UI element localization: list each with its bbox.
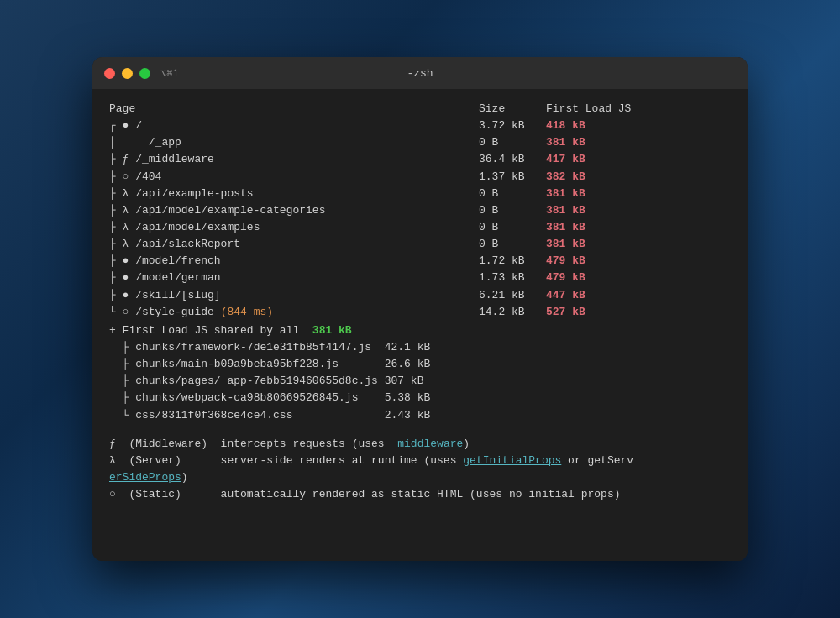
legend-row-continuation: erSideProps): [109, 469, 731, 486]
table-row: ├ ○ /404 1.37 kB 382 kB: [109, 169, 731, 186]
terminal-body[interactable]: Page Size First Load JS ┌ ● / 3.72 kB 41…: [92, 89, 748, 561]
window-title: -zsh: [407, 67, 433, 80]
traffic-lights: [104, 68, 150, 79]
table-row: ├ λ /api/example-posts 0 B 381 kB: [109, 186, 731, 202]
table-row: │ /_app 0 B 381 kB: [109, 134, 731, 151]
table-row: ├ ● /model/french 1.72 kB 479 kB: [109, 253, 731, 270]
title-bar: ⌥⌘1 -zsh: [92, 57, 748, 89]
legend-row: λ (Server) server-side renders at runtim…: [109, 453, 731, 469]
shared-row: + First Load JS shared by all 381 kB: [109, 322, 731, 339]
keyboard-shortcut-label: ⌥⌘1: [160, 67, 179, 80]
table-row: ├ λ /api/model/examples 0 B 381 kB: [109, 219, 731, 236]
table-row: ┌ ● / 3.72 kB 418 kB: [109, 118, 731, 134]
chunk-row: ├ chunks/webpack-ca98b80669526845.js 5.3…: [109, 390, 731, 406]
title-bar-controls: ⌥⌘1: [160, 67, 179, 80]
chunk-row: ├ chunks/main-b09a9beba95bf228.js 26.6 k…: [109, 356, 731, 373]
header-firstload: First Load JS: [546, 101, 631, 118]
table-row: ├ ● /model/german 1.73 kB 479 kB: [109, 270, 731, 286]
chunk-row: ├ chunks/pages/_app-7ebb519460655d8c.js …: [109, 373, 731, 390]
maximize-button[interactable]: [139, 68, 150, 79]
header-row: Page Size First Load JS: [109, 101, 731, 118]
table-row: ├ ● /skill/[slug] 6.21 kB 447 kB: [109, 287, 731, 304]
table-row: ├ λ /api/slackReport 0 B 381 kB: [109, 236, 731, 253]
legend-row: ƒ (Middleware) intercepts requests (uses…: [109, 436, 731, 453]
header-page: Page: [109, 101, 479, 118]
header-size: Size: [479, 101, 546, 118]
minimize-button[interactable]: [122, 68, 133, 79]
chunk-row: ├ chunks/framework-7de1e31fb85f4147.js 4…: [109, 339, 731, 356]
chunk-row: └ css/8311f0f368ce4ce4.css 2.43 kB: [109, 407, 731, 424]
table-row: └ ○ /style-guide (844 ms) 14.2 kB 527 kB: [109, 304, 731, 321]
table-row: ├ ƒ /_middleware 36.4 kB 417 kB: [109, 151, 731, 168]
table-row: ├ λ /api/model/example-categories 0 B 38…: [109, 202, 731, 219]
legend-row: ○ (Static) automatically rendered as sta…: [109, 486, 731, 503]
terminal-window: ⌥⌘1 -zsh Page Size First Load JS ┌ ● / 3…: [92, 57, 748, 561]
close-button[interactable]: [104, 68, 115, 79]
